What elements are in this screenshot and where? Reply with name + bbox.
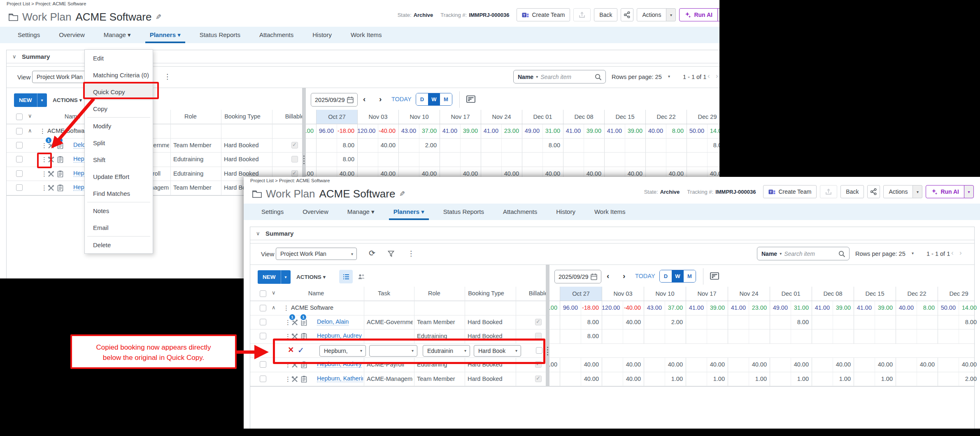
create-team-button[interactable]: TCreate Team (763, 185, 817, 198)
page-next-icon[interactable]: › (959, 249, 962, 257)
new-caret-button[interactable]: ▾ (37, 93, 47, 107)
select-all-checkbox[interactable] (16, 114, 23, 120)
menu-item-split[interactable]: Split (85, 135, 153, 151)
menu-item-shift[interactable]: Shift (85, 151, 153, 168)
actions-button[interactable]: Actions (637, 8, 666, 21)
run-ai-caret-button[interactable]: ▾ (717, 8, 719, 21)
menu-item-copy[interactable]: Copy (85, 100, 153, 117)
collapse-group-icon[interactable]: ∧ (28, 128, 32, 134)
tab-manage[interactable]: Manage ▾ (338, 204, 384, 220)
resource-name-link[interactable]: Hepburn, Katherine (317, 375, 363, 382)
zoom-d-button[interactable]: D (660, 270, 672, 282)
week-header-dec-29[interactable]: Dec 29 (938, 287, 980, 301)
next-week-icon[interactable]: › (623, 271, 625, 281)
week-header-nov-24[interactable]: Nov 24 (481, 110, 522, 124)
row-checkbox[interactable] (260, 333, 266, 339)
tab-manage[interactable]: Manage ▾ (94, 27, 140, 43)
prev-week-icon[interactable]: ‹ (607, 271, 609, 281)
create-team-button[interactable]: TCreate Team (517, 8, 570, 21)
week-header-dec-15[interactable]: Dec 15 (854, 287, 896, 301)
row-checkbox[interactable] (260, 319, 266, 325)
zoom-w-button[interactable]: W (672, 270, 684, 282)
search-input[interactable]: Search item (784, 250, 836, 257)
tab-work-items[interactable]: Work Items (585, 204, 635, 220)
column-header-booking-type[interactable]: Booking Type (218, 113, 267, 120)
actions-dropdown[interactable]: ACTIONS ▾ (296, 274, 326, 280)
toolbar-kebab-icon[interactable]: ⋮ (164, 72, 171, 81)
today-button[interactable]: TODAY (635, 273, 655, 279)
summary-collapse-icon[interactable]: ∨ (256, 230, 260, 237)
page-prev-icon[interactable]: ‹ (951, 249, 954, 257)
view-select[interactable]: Project Work Plan▾ (276, 248, 357, 260)
tab-history[interactable]: History (547, 204, 585, 220)
list-view-button[interactable] (339, 270, 353, 283)
new-button[interactable]: NEW (258, 270, 281, 284)
week-header-nov-10[interactable]: Nov 10 (398, 110, 440, 124)
search-input[interactable]: Search item (540, 74, 592, 80)
rows-per-page[interactable]: Rows per page: 25 (612, 74, 662, 80)
actions-caret-button[interactable]: ▾ (666, 8, 676, 21)
zoom-m-button[interactable]: M (684, 270, 696, 282)
row-checkbox[interactable] (260, 376, 266, 382)
week-header-dec-29[interactable]: Dec 29 (687, 110, 719, 124)
collapse-group-icon[interactable]: ∧ (272, 304, 276, 311)
week-header-dec-01[interactable]: Dec 01 (522, 110, 563, 124)
run-ai-caret-button[interactable]: ▾ (964, 185, 974, 198)
group-kebab-icon[interactable]: ⋮ (283, 304, 289, 312)
group-checkbox[interactable] (260, 305, 266, 311)
new-button[interactable]: NEW (14, 93, 37, 107)
actions-dropdown[interactable]: ACTIONS ▾ (53, 97, 82, 103)
run-ai-button[interactable]: Run AI (926, 185, 964, 198)
row-checkbox[interactable] (16, 156, 23, 162)
actions-caret-button[interactable]: ▾ (912, 185, 922, 198)
actions-button[interactable]: Actions (883, 185, 913, 198)
edit-title-icon[interactable]: ✎ (156, 13, 161, 21)
tab-overview[interactable]: Overview (293, 204, 338, 220)
edit-title-icon[interactable]: ✎ (399, 190, 405, 198)
share-upload-button[interactable] (820, 185, 837, 198)
week-header-oct-27[interactable]: Oct 27 (560, 287, 602, 301)
row-checkbox[interactable] (16, 184, 23, 191)
menu-item-update-effort[interactable]: Update Effort (85, 168, 153, 185)
tab-planners[interactable]: Planners ▾ (140, 27, 190, 43)
week-header-dec-22[interactable]: Dec 22 (896, 287, 938, 301)
row-kebab-icon[interactable]: ⋮ (285, 376, 291, 383)
row-checkbox[interactable] (16, 170, 23, 177)
back-button[interactable]: Back (594, 8, 617, 21)
column-header-role[interactable]: Role (166, 113, 215, 120)
share-button[interactable] (867, 185, 880, 198)
zoom-m-button[interactable]: M (440, 93, 452, 105)
run-ai-split-button[interactable]: Run AI▾ (926, 185, 974, 198)
week-header-dec-08[interactable]: Dec 08 (812, 287, 854, 301)
zoom-d-button[interactable]: D (416, 93, 428, 105)
row-checkbox[interactable] (260, 361, 266, 368)
prev-week-icon[interactable]: ‹ (363, 95, 365, 104)
rows-per-page[interactable]: Rows per page: 25 (855, 250, 906, 257)
tab-status-reports[interactable]: Status Reports (190, 27, 250, 43)
caret-down-icon[interactable]: ▾ (912, 251, 914, 255)
week-header-dec-01[interactable]: Dec 01 (770, 287, 812, 301)
row-checkbox[interactable] (16, 142, 23, 148)
search-box[interactable]: Name▾Search item (513, 70, 606, 83)
row-kebab-icon[interactable]: ⋮ (41, 170, 47, 178)
back-button[interactable]: Back (840, 185, 864, 198)
row-kebab-icon[interactable]: ⋮ (41, 184, 47, 192)
week-header-oct-27[interactable]: Oct 27 (316, 110, 357, 124)
expand-all-icon[interactable]: ∨ (28, 113, 32, 119)
run-ai-button[interactable]: Run AI (679, 8, 718, 21)
caret-down-icon[interactable]: ▾ (668, 74, 670, 79)
new-split-button[interactable]: NEW▾ (258, 270, 291, 284)
tab-work-items[interactable]: Work Items (341, 27, 391, 43)
actions-split-button[interactable]: Actions▾ (637, 8, 676, 21)
page-next-icon[interactable]: › (716, 72, 718, 80)
select-all-checkbox[interactable] (260, 290, 266, 297)
resource-name-link[interactable]: Delon, Alain (317, 318, 349, 325)
menu-item-matching-criteria-0-[interactable]: Matching Criteria (0) (85, 67, 153, 83)
tab-history[interactable]: History (303, 27, 341, 43)
week-header-nov-17[interactable]: Nov 17 (440, 110, 481, 124)
week-header-nov-03[interactable]: Nov 03 (357, 110, 398, 124)
date-picker[interactable]: 2025/09/29 (311, 93, 358, 107)
new-caret-button[interactable]: ▾ (281, 270, 291, 284)
week-header-dec-22[interactable]: Dec 22 (645, 110, 687, 124)
expand-all-icon[interactable]: ∨ (272, 290, 276, 296)
